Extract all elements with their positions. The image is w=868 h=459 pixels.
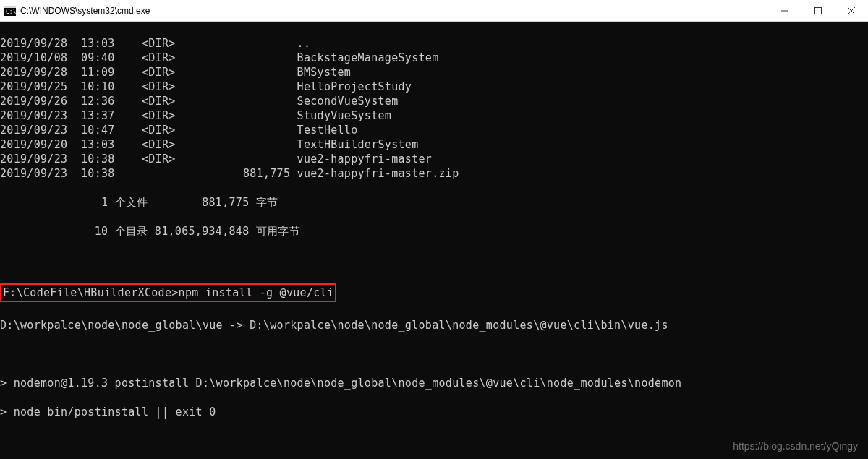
dir-entry: 2019/09/23 13:37 <DIR> StudyVueSystem [0, 108, 868, 123]
dir-entry: 2019/09/23 10:38 <DIR> vue2-happyfri-mas… [0, 152, 868, 166]
dir-entry: 2019/09/28 13:03 <DIR> .. [0, 36, 868, 51]
dir-entry: 2019/09/28 11:09 <DIR> BMSystem [0, 65, 868, 80]
window-title: C:\WINDOWS\system32\cmd.exe [20, 6, 768, 16]
npm-install-command: npm install -g @vue/cli [179, 286, 334, 299]
dir-entry: 2019/10/08 09:40 <DIR> BackstageManageSy… [0, 51, 868, 65]
dir-entry: 2019/09/23 10:47 <DIR> TestHello [0, 123, 868, 137]
summary-dirs: 10 个目录 81,065,934,848 可用字节 [0, 224, 868, 239]
svg-rect-1 [4, 6, 16, 8]
dir-entry: 2019/09/20 13:03 <DIR> TextHBuilderSyste… [0, 137, 868, 152]
summary-files: 1 个文件 881,775 字节 [0, 195, 868, 210]
cmd-icon: C:\ [4, 5, 16, 17]
window-titlebar: C:\ C:\WINDOWS\system32\cmd.exe [0, 0, 868, 22]
watermark: https://blog.csdn.net/yQingy [733, 440, 858, 452]
command-highlight: F:\CodeFile\HBuilderXCode>npm install -g… [0, 283, 336, 302]
close-button[interactable] [835, 0, 868, 21]
postinstall-line-1: > nodemon@1.19.3 postinstall D:\workpalc… [0, 376, 868, 390]
dir-entry: 2019/09/25 10:10 <DIR> HelloProjectStudy [0, 80, 868, 94]
svg-rect-4 [815, 7, 822, 14]
symlink-line: D:\workpalce\node\node_global\vue -> D:\… [0, 318, 868, 333]
maximize-button[interactable] [801, 0, 835, 21]
postinstall-line-2: > node bin/postinstall || exit 0 [0, 405, 868, 419]
prompt-path: F:\CodeFile\HBuilderXCode> [3, 286, 179, 299]
minimize-button[interactable] [768, 0, 801, 21]
window-controls [768, 0, 868, 21]
dir-entry: 2019/09/26 12:36 <DIR> SecondVueSystem [0, 94, 868, 108]
terminal-output[interactable]: 2019/09/28 13:03 <DIR> ..2019/10/08 09:4… [0, 22, 868, 459]
dir-entry: 2019/09/23 10:38 881,775 vue2-happyfri-m… [0, 166, 868, 181]
svg-text:C:\: C:\ [6, 9, 16, 15]
